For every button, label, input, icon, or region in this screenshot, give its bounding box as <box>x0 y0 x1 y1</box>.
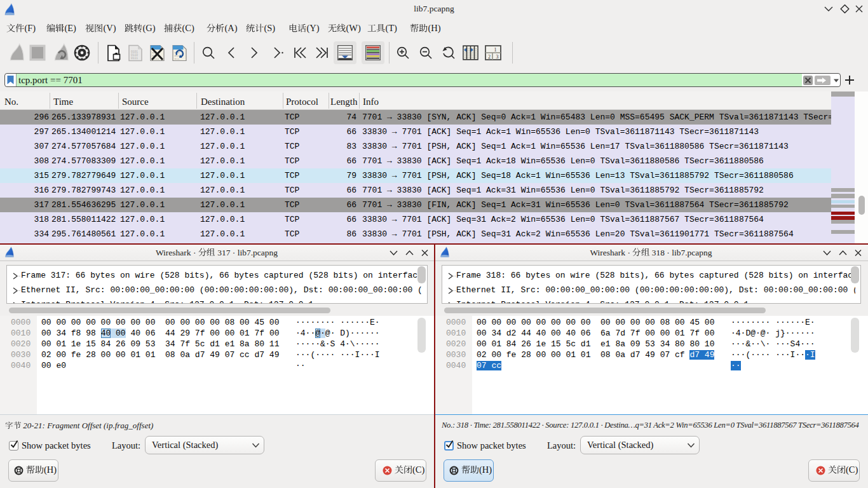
svg-text:011: 011 <box>175 57 180 60</box>
svg-text:3: 3 <box>496 54 499 60</box>
svg-text:0111: 0111 <box>131 57 138 60</box>
svg-text:1: 1 <box>494 47 497 53</box>
svg-text:2: 2 <box>488 54 491 60</box>
